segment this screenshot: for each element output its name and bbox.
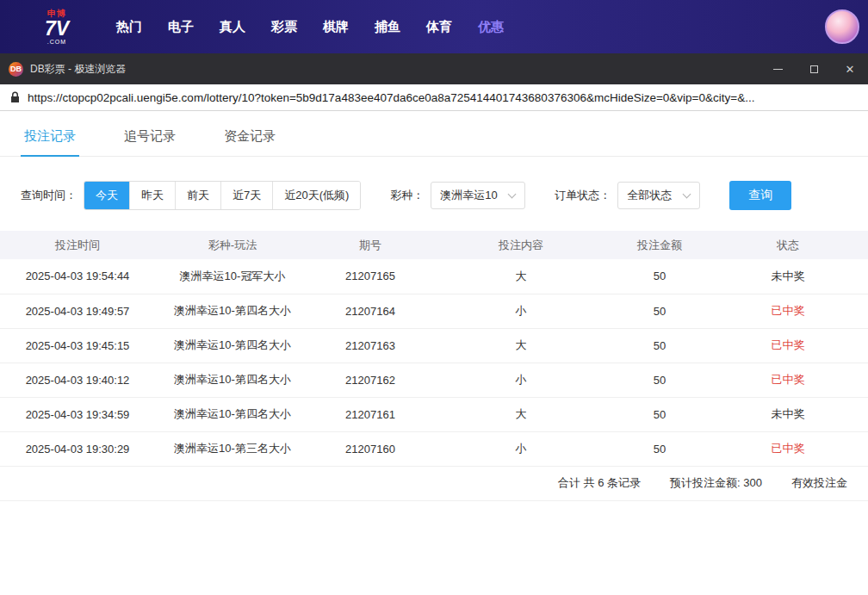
time-option-7days[interactable]: 近7天 [220,182,272,209]
bet-content-cell: 大 [431,328,611,363]
nav-item-fishing[interactable]: 捕鱼 [362,19,413,35]
lock-icon [10,91,20,103]
nav-item-sports[interactable]: 体育 [413,19,465,35]
close-button[interactable]: ✕ [832,53,868,84]
nav-item-lottery[interactable]: 彩票 [258,19,310,35]
issue-cell: 21207165 [310,259,431,294]
status-filter-label: 订单状态： [555,188,611,203]
summary-row: 合计 共 6 条记录 预计投注金额: 300 有效投注金 [0,467,868,501]
main-nav: 热门 电子 真人 彩票 棋牌 捕鱼 体育 优惠 [103,19,517,35]
table-row: 2025-04-03 19:54:44 澳洲幸运10-冠军大小 21207165… [0,259,868,294]
maximize-icon [810,65,818,73]
order-status-select[interactable]: 全部状态 [617,182,700,209]
window-controls: ✕ [760,53,868,84]
order-status-value: 全部状态 [627,188,672,203]
issue-cell: 21207162 [310,363,431,397]
bet-time-cell: 2025-04-03 19:54:44 [0,259,155,294]
bet-records-table: 投注时间 彩种-玩法 期号 投注内容 投注金额 状态 2025-04-03 19… [0,231,868,467]
time-option-today[interactable]: 今天 [84,182,129,209]
nav-item-promo[interactable]: 优惠 [465,19,517,35]
time-option-yesterday[interactable]: 昨天 [129,182,175,209]
bet-content-cell: 大 [431,397,611,431]
query-button[interactable]: 查询 [729,181,791,210]
bet-content-cell: 大 [431,259,611,294]
lottery-select-value: 澳洲幸运10 [440,188,497,203]
user-avatar[interactable] [825,9,859,44]
status-cell: 未中奖 [708,259,868,294]
bet-content-cell: 小 [431,294,611,328]
window-title: DB彩票 - 极速浏览器 [30,62,126,77]
filter-bar: 查询时间： 今天 昨天 前天 近7天 近20天(低频) 彩种： 澳洲幸运10 订… [0,157,868,231]
bet-amount-cell: 50 [611,397,708,431]
maximize-button[interactable] [796,53,832,84]
time-option-20days[interactable]: 近20天(低频) [272,182,360,209]
brand-logo-main: 7V [33,19,81,39]
brand-logo[interactable]: 申博 7V .COM [33,9,81,45]
game-play-cell: 澳洲幸运10-第四名大小 [155,363,310,397]
status-cell: 已中奖 [708,431,868,466]
nav-item-slots[interactable]: 电子 [155,19,207,35]
bet-time-cell: 2025-04-03 19:34:59 [0,397,155,431]
table-row: 2025-04-03 19:34:59 澳洲幸运10-第四名大小 2120716… [0,397,868,431]
summary-valid: 有效投注金 [791,475,847,491]
brand-logo-sub: .COM [33,39,81,45]
header-bet-time: 投注时间 [0,231,155,259]
minimize-button[interactable] [760,53,796,84]
game-play-cell: 澳洲幸运10-冠军大小 [155,259,310,294]
table-row: 2025-04-03 19:49:57 澳洲幸运10-第四名大小 2120716… [0,294,868,328]
status-cell: 已中奖 [708,294,868,328]
summary-total: 合计 共 6 条记录 [558,475,641,491]
game-play-cell: 澳洲幸运10-第四名大小 [155,328,310,363]
bet-amount-cell: 50 [611,431,708,466]
bet-time-cell: 2025-04-03 19:45:15 [0,328,155,363]
time-filter-label: 查询时间： [21,188,77,203]
browser-titlebar: DB DB彩票 - 极速浏览器 ✕ [0,53,868,84]
status-cell: 已中奖 [708,363,868,397]
lottery-select[interactable]: 澳洲幸运10 [431,182,525,209]
time-option-daybefore[interactable]: 前天 [175,182,220,209]
table-row: 2025-04-03 19:45:15 澳洲幸运10-第四名大小 2120716… [0,328,868,363]
table-header-row: 投注时间 彩种-玩法 期号 投注内容 投注金额 状态 [0,231,868,259]
status-cell: 未中奖 [708,397,868,431]
bet-time-cell: 2025-04-03 19:40:12 [0,363,155,397]
issue-cell: 21207164 [310,294,431,328]
game-play-cell: 澳洲幸运10-第三名大小 [155,431,310,466]
chevron-down-icon [508,190,517,199]
issue-cell: 21207163 [310,328,431,363]
bet-amount-cell: 50 [611,363,708,397]
close-icon: ✕ [846,64,855,75]
bet-amount-cell: 50 [611,294,708,328]
tab-fund-records[interactable]: 资金记录 [220,121,279,156]
bet-amount-cell: 50 [611,328,708,363]
nav-item-hot[interactable]: 热门 [103,19,155,35]
nav-item-cards[interactable]: 棋牌 [310,19,362,35]
table-row: 2025-04-03 19:40:12 澳洲幸运10-第四名大小 2120716… [0,363,868,397]
header-issue: 期号 [310,231,431,259]
game-play-cell: 澳洲幸运10-第四名大小 [155,397,310,431]
bet-content-cell: 小 [431,363,611,397]
app-icon: DB [9,62,23,77]
header-status: 状态 [708,231,868,259]
status-cell: 已中奖 [708,328,868,363]
casino-topbar: 申博 7V .COM 热门 电子 真人 彩票 棋牌 捕鱼 体育 优惠 [0,0,868,53]
bet-time-cell: 2025-04-03 19:30:29 [0,431,155,466]
lottery-filter-label: 彩种： [390,188,424,203]
issue-cell: 21207160 [310,431,431,466]
bet-time-cell: 2025-04-03 19:49:57 [0,294,155,328]
chevron-down-icon [683,190,691,199]
header-game-play: 彩种-玩法 [155,231,310,259]
tab-chase-records[interactable]: 追号记录 [121,121,179,156]
summary-expected: 预计投注金额: 300 [670,475,762,491]
minimize-icon [773,69,783,70]
record-tabs: 投注记录 追号记录 资金记录 [0,111,868,157]
bet-amount-cell: 50 [611,259,708,294]
table-row: 2025-04-03 19:30:29 澳洲幸运10-第三名大小 2120716… [0,431,868,466]
bet-content-cell: 小 [431,431,611,466]
url-text: https://ctopcp02pcali.uengi5e.com/lotter… [28,91,754,104]
nav-item-live[interactable]: 真人 [207,19,258,35]
brand-logo-top: 申博 [33,9,81,18]
tab-bet-records[interactable]: 投注记录 [21,121,79,157]
address-bar[interactable]: https://ctopcp02pcali.uengi5e.com/lotter… [0,84,868,111]
header-bet-amount: 投注金额 [611,231,708,259]
time-range-group: 今天 昨天 前天 近7天 近20天(低频) [84,181,361,210]
